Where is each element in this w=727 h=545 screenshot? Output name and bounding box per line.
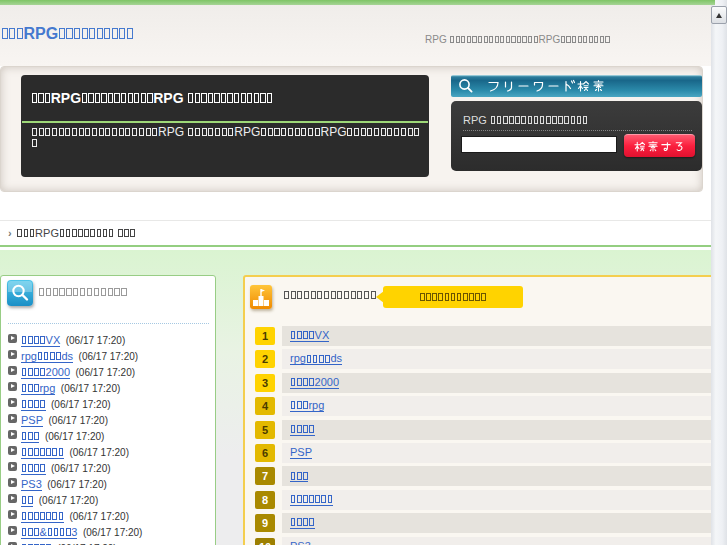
keyword-link[interactable]: PSP bbox=[21, 414, 43, 427]
keyword-date: (06/17 17:20) bbox=[39, 495, 99, 506]
keyword-link[interactable]: 2000 bbox=[21, 366, 70, 379]
ranking-row-bar bbox=[282, 443, 727, 463]
breadcrumb: ›RPG bbox=[0, 220, 711, 247]
ranking-row: 1 VX bbox=[245, 326, 725, 346]
ranking-link[interactable] bbox=[290, 469, 308, 482]
ranking-link[interactable] bbox=[290, 493, 333, 506]
ranking-row: 8 bbox=[245, 490, 725, 510]
rank-number-badge: 1 bbox=[255, 327, 275, 345]
ranking-link[interactable]: 2000 bbox=[290, 376, 339, 389]
keyword-date: (06/17 17:20) bbox=[66, 335, 126, 346]
search-box: RPG bbox=[451, 101, 702, 171]
ranking-row-bar bbox=[282, 396, 727, 416]
ranking-panel: 1 VX 2 rpgds 3 2000 4 rpg 5 6 PSP 7 8 bbox=[243, 275, 727, 545]
keyword-list-item: (06/17 17:20) bbox=[8, 395, 211, 411]
keywords-panel: VX (06/17 17:20) rpgds (06/17 17:20) 200… bbox=[0, 275, 216, 545]
top-green-bar bbox=[0, 0, 715, 5]
keyword-link[interactable] bbox=[21, 446, 64, 459]
site-title[interactable]: RPG bbox=[1, 25, 133, 43]
arrow-bullet-icon bbox=[8, 414, 17, 423]
ranking-link[interactable] bbox=[290, 423, 315, 436]
ranking-link[interactable]: VX bbox=[290, 329, 329, 342]
keyword-list-item: (06/17 17:20) bbox=[8, 507, 211, 523]
rank-number-badge: 3 bbox=[255, 374, 275, 392]
ranking-podium-icon bbox=[250, 285, 272, 309]
breadcrumb-path[interactable]: RPG bbox=[17, 227, 136, 239]
ranking-row-bar bbox=[282, 490, 727, 510]
hero-message-box: RPGRPG RPG RPGRPG bbox=[21, 75, 429, 177]
keyword-date: (06/17 17:20) bbox=[51, 463, 111, 474]
keyword-list-item: 2000 (06/17 17:20) bbox=[8, 363, 211, 379]
keyword-date: (06/17 17:20) bbox=[61, 383, 121, 394]
hero-description: RPG RPGRPG bbox=[31, 127, 421, 149]
arrow-bullet-icon bbox=[8, 350, 17, 359]
keyword-date: (06/17 17:20) bbox=[45, 431, 105, 442]
search-input[interactable] bbox=[461, 136, 617, 153]
keyword-link[interactable]: rpgds bbox=[21, 350, 73, 363]
rank-number-badge: 10 bbox=[255, 538, 275, 545]
ranking-row: 10 PS3 bbox=[245, 537, 725, 545]
ranking-row-bar bbox=[282, 373, 727, 393]
arrow-bullet-icon bbox=[8, 446, 17, 455]
ranking-link[interactable]: rpg bbox=[290, 399, 324, 412]
search-button[interactable] bbox=[624, 134, 695, 157]
arrow-bullet-icon bbox=[8, 510, 17, 519]
ranking-row: 3 2000 bbox=[245, 373, 725, 393]
rank-number-badge: 7 bbox=[255, 467, 275, 485]
ranking-row: 6 PSP bbox=[245, 443, 725, 463]
keyword-link[interactable]: VX bbox=[21, 334, 60, 347]
arrow-bullet-icon bbox=[8, 334, 17, 343]
search-label: RPG bbox=[463, 114, 588, 126]
arrow-bullet-icon bbox=[8, 398, 17, 407]
keyword-link[interactable] bbox=[21, 462, 46, 475]
keyword-link[interactable] bbox=[21, 510, 64, 523]
keyword-list-item: VX (06/17 17:20) bbox=[8, 331, 211, 347]
magnifier-icon bbox=[7, 280, 33, 306]
arrow-bullet-icon bbox=[8, 430, 17, 439]
rank-number-badge: 5 bbox=[255, 421, 275, 439]
ranking-row-bar bbox=[282, 349, 727, 369]
arrow-bullet-icon bbox=[8, 478, 17, 487]
ranking-panel-title bbox=[283, 288, 377, 302]
keyword-list-item: (06/17 17:20) bbox=[8, 427, 211, 443]
scrollbar-track[interactable] bbox=[711, 0, 727, 545]
rank-number-badge: 4 bbox=[255, 397, 275, 415]
ranking-row-bar bbox=[282, 537, 727, 545]
keyword-link[interactable] bbox=[21, 430, 39, 443]
arrow-bullet-icon bbox=[8, 382, 17, 391]
ranking-row-bar bbox=[282, 466, 727, 486]
keyword-list-item: rpg (06/17 17:20) bbox=[8, 379, 211, 395]
keyword-link[interactable] bbox=[21, 494, 33, 507]
keyword-link[interactable]: rpg bbox=[21, 382, 55, 395]
keyword-list-item: rpgds (06/17 17:20) bbox=[8, 347, 211, 363]
keyword-list-item: (06/17 17:20) bbox=[8, 443, 211, 459]
keyword-date: (06/17 17:20) bbox=[69, 511, 129, 522]
ranking-link[interactable]: PS3 bbox=[290, 540, 311, 545]
rank-number-badge: 6 bbox=[255, 444, 275, 462]
keyword-list-item: &3 (06/17 17:20) bbox=[8, 523, 211, 539]
keyword-date: (06/17 17:20) bbox=[79, 351, 139, 362]
keyword-link[interactable]: &3 bbox=[21, 526, 77, 539]
ranking-link[interactable]: PSP bbox=[290, 446, 312, 459]
scrollbar-up-button[interactable] bbox=[711, 6, 727, 24]
breadcrumb-arrow-icon: › bbox=[8, 227, 12, 239]
hero-title: RPGRPG bbox=[31, 90, 273, 106]
rank-number-badge: 2 bbox=[255, 350, 275, 368]
keyword-link[interactable] bbox=[21, 398, 46, 411]
site-tagline: RPG RPG bbox=[425, 34, 610, 45]
keyword-date: (06/17 17:20) bbox=[69, 447, 129, 458]
ranking-link[interactable]: rpgds bbox=[290, 352, 342, 365]
ranking-badge-callout bbox=[383, 286, 523, 308]
site-header: RPG RPG RPG bbox=[0, 5, 711, 66]
keywords-list: VX (06/17 17:20) rpgds (06/17 17:20) 200… bbox=[8, 331, 211, 545]
arrow-bullet-icon bbox=[8, 462, 17, 471]
keyword-list-item: PS3 (06/17 17:20) bbox=[8, 475, 211, 491]
keyword-list-item: PSP (06/17 17:20) bbox=[8, 411, 211, 427]
arrow-bullet-icon bbox=[8, 366, 17, 375]
ranking-row-bar bbox=[282, 513, 727, 533]
keyword-date: (06/17 17:20) bbox=[47, 479, 107, 490]
ranking-link[interactable] bbox=[290, 516, 315, 529]
keyword-link[interactable]: PS3 bbox=[21, 478, 42, 491]
search-divider bbox=[463, 130, 692, 131]
keyword-list-item: (06/17 17:20) bbox=[8, 491, 211, 507]
